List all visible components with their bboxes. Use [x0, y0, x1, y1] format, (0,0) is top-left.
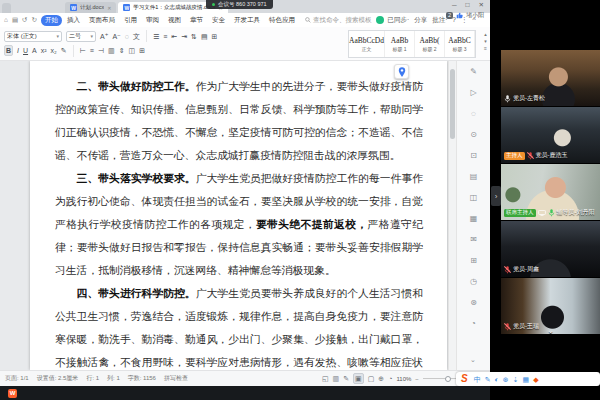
status-item[interactable]: 设置值: 2.5厘米 [37, 374, 79, 383]
gallery-down-icon[interactable]: ▾ [484, 38, 487, 44]
status-item[interactable]: 行: 1 [86, 374, 99, 383]
tab-fragment[interactable] [2, 3, 11, 13]
minimize-button[interactable]: ─ [452, 1, 457, 9]
ime-toolbox-icon[interactable]: ◆ [533, 375, 538, 384]
gallery-more-icon[interactable]: ≡ [484, 45, 487, 51]
scrollbar-thumb[interactable] [450, 69, 455, 139]
menu-item[interactable]: 开发工具 [230, 15, 264, 26]
columns-icon[interactable]: ◫ [129, 46, 136, 55]
menu-item[interactable]: 引用 [120, 15, 141, 26]
menu-item[interactable]: 插入 [63, 15, 84, 26]
sidebar-collapse-arrow[interactable]: › [491, 186, 501, 206]
style-preset[interactable]: AaBb 标题 1 [385, 31, 415, 57]
number-list-icon[interactable]: ≡ [163, 32, 167, 41]
font-size-select[interactable]: 二号 ▾ [66, 31, 96, 42]
font-color-icon[interactable]: A [32, 46, 37, 55]
ime-handwrite-icon[interactable]: ✎ [485, 375, 491, 384]
highlight-icon[interactable]: ✎ [61, 46, 67, 55]
outline-view-icon[interactable]: ⊕ [378, 374, 384, 383]
scroll-down-chevron-icon[interactable]: ⌄ [462, 356, 484, 364]
bold-icon[interactable]: B [4, 45, 13, 56]
redo-icon[interactable]: ↻ [32, 16, 37, 24]
menu-item[interactable]: 开始 [41, 15, 62, 26]
web-view-icon[interactable]: ▢ [368, 374, 375, 383]
shading-icon[interactable]: ▤ [201, 32, 208, 41]
read-mode-icon[interactable]: ▥ [333, 374, 340, 383]
bullet-list-icon[interactable]: ☰ [153, 32, 159, 41]
paragraph-spacing-icon[interactable]: ⇕ [119, 46, 125, 55]
paragraph[interactable]: 二、带头做好防控工作。作为广大学生中的先进分子，要带头做好疫情防控的政策宣传、知… [55, 75, 423, 167]
menu-item[interactable]: 审阅 [142, 15, 163, 26]
more-participants-chevron-icon[interactable]: ⌄ [547, 326, 554, 334]
mail-icon[interactable]: ✉ [470, 235, 477, 256]
annotate-icon[interactable]: ✎ [470, 67, 477, 88]
night-mode-icon[interactable]: ◔ [388, 374, 392, 383]
ime-language-icon[interactable]: 中 [474, 375, 481, 384]
menu-item[interactable]: 视图 [164, 15, 185, 26]
file-icon[interactable]: ▤ [12, 16, 18, 24]
ime-skin-icon[interactable]: ◐ [495, 375, 499, 384]
eye-protect-icon[interactable]: ◱ [322, 374, 329, 383]
participant-tile[interactable]: 党员-王瑞 ⌄ [501, 278, 600, 334]
menu-item[interactable]: 安全 [208, 15, 229, 26]
status-item[interactable]: 列: 1 [107, 374, 120, 383]
quick-action[interactable]: 已同步· [388, 16, 410, 25]
increase-indent-icon[interactable]: ⇥ [181, 32, 187, 41]
style-preset[interactable]: AaBb( 标题 2 [415, 31, 445, 57]
underline-icon[interactable]: U [23, 46, 28, 55]
document-text[interactable]: 二、带头做好防控工作。作为广大学生中的先进分子，要带头做好疫情防控的政策宣传、知… [55, 75, 423, 370]
ime-download-icon[interactable]: ⇣ [513, 375, 519, 384]
outline-icon[interactable]: ▤ [470, 172, 478, 193]
align-right-icon[interactable]: ⊣ [98, 46, 104, 55]
print-icon[interactable]: ⊡ [470, 151, 477, 172]
status-item[interactable]: 拼写检查 [164, 374, 188, 383]
decrease-indent-icon[interactable]: ⇤ [171, 32, 177, 41]
status-item[interactable]: 字数: 1156 [128, 374, 156, 383]
menu-item[interactable]: 页面布局 [85, 15, 119, 26]
seal-icon[interactable]: ⊙ [470, 130, 477, 151]
document-canvas[interactable]: 二、带头做好防控工作。作为广大学生中的先进分子，要带头做好疫情防控的政策宣传、知… [0, 61, 448, 370]
subscript-icon[interactable]: x₂ [51, 46, 57, 55]
document-scrollbar[interactable] [448, 61, 456, 370]
paragraph[interactable]: 三、带头落实学校要求。广大学生党员把做好疫情防控工作的每一件事作为践行初心使命、… [55, 167, 423, 282]
menu-item[interactable]: 章节 [186, 15, 207, 26]
align-left-icon[interactable]: ⊢ [80, 46, 86, 55]
document-page[interactable]: 二、带头做好防控工作。作为广大学生中的先进分子，要带头做好疫情防控的政策宣传、知… [30, 61, 447, 370]
zoom-slider-knob[interactable] [445, 376, 451, 382]
participant-tile[interactable]: 党员-周鑫 [501, 221, 600, 277]
ime-settings-icon[interactable]: ⊛ [503, 375, 509, 384]
undo-icon[interactable]: ↺ [22, 16, 27, 24]
align-center-icon[interactable]: ≡ [90, 46, 94, 55]
zoom-out-button[interactable]: − [415, 376, 419, 382]
select-icon[interactable]: ▷ [470, 88, 476, 109]
ime-keyboard-icon[interactable]: ▦ [523, 375, 530, 384]
close-button[interactable]: ✕ [479, 1, 484, 9]
style-preset[interactable]: AaBbC 标题 3 [445, 31, 475, 57]
page-view-icon[interactable]: ▣ [353, 373, 364, 384]
quick-action[interactable]: 分享 [414, 16, 427, 25]
shape-icon[interactable]: ◌ [471, 109, 476, 130]
decrease-font-icon[interactable]: A⁻ [112, 32, 120, 41]
paragraph[interactable]: 四、带头进行科学防控。广大学生党员要带头养成良好的个人生活习惯和公共卫生习惯，劳… [55, 282, 423, 370]
user-chip[interactable]: 2 堵小阳 [446, 11, 484, 20]
assistant-icon[interactable] [376, 16, 384, 24]
superscript-icon[interactable]: x² [41, 46, 47, 55]
table-icon[interactable]: ⊞ [139, 46, 145, 55]
participant-tile[interactable]: 主持人 党员-鹿浩玉 [501, 107, 600, 163]
location-pin-button[interactable] [394, 64, 409, 79]
home-icon[interactable]: ⌂ [4, 16, 8, 24]
justify-icon[interactable]: ▥ [108, 46, 115, 55]
apps-icon[interactable]: ⊞ [470, 256, 477, 277]
italic-icon[interactable]: I [17, 46, 19, 55]
line-spacing-icon[interactable]: ⇅ [191, 32, 197, 41]
maximize-button[interactable]: □ [466, 1, 470, 9]
tab-plan-doc[interactable]: W 计划.docx ✕ [65, 2, 116, 13]
gallery-up-icon[interactable]: ▴ [484, 31, 487, 37]
participant-tile[interactable]: 党员-左青松 [501, 50, 600, 106]
split-view-icon[interactable]: ◫ [470, 193, 478, 214]
wps-taskbar-icon[interactable]: W [8, 389, 17, 398]
increase-font-icon[interactable]: A⁺ [100, 32, 108, 41]
write-mode-icon[interactable]: ✎ [343, 374, 349, 383]
sogou-logo-icon[interactable]: S [461, 374, 468, 384]
command-search[interactable]: 查找命令、搜索模板 [305, 16, 372, 25]
